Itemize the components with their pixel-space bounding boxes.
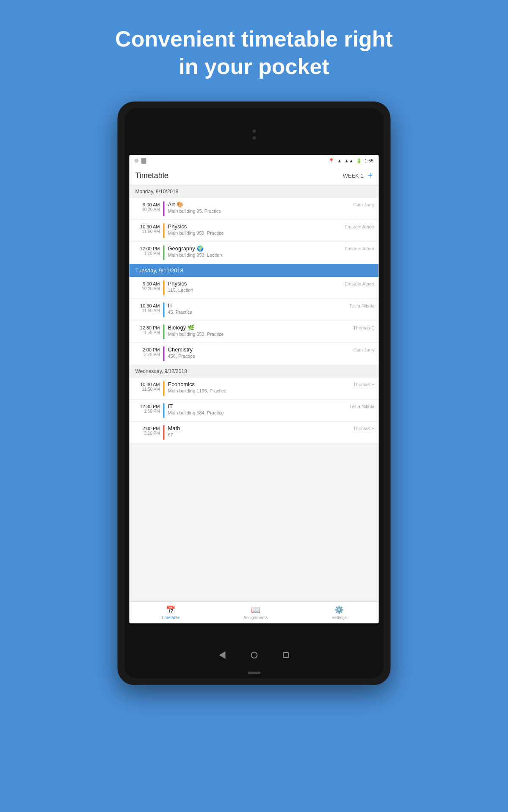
- nav-assignments[interactable]: 📖 Assignments: [243, 605, 268, 620]
- teacher-name: Cain Jarry: [341, 201, 375, 216]
- class-color-bar: [163, 201, 165, 216]
- class-location: Main building 653, Practice: [168, 332, 341, 337]
- time-end: 11:50 AM: [142, 308, 160, 313]
- nav-timetable[interactable]: 📅 Timetable: [161, 605, 180, 620]
- class-color-bar: [163, 302, 165, 317]
- time-end: 10:20 AM: [142, 286, 160, 291]
- time-start: 9:00 AM: [143, 202, 160, 207]
- class-location: 45, Practice: [168, 310, 341, 315]
- class-color-bar: [163, 403, 165, 418]
- class-emoji: 🎨: [177, 201, 183, 208]
- class-location: Main building 1196, Practice: [168, 388, 341, 393]
- back-button[interactable]: [219, 651, 226, 659]
- time-end: 10:20 AM: [142, 207, 160, 212]
- android-nav-bar: [124, 647, 384, 664]
- class-name: Art: [168, 201, 175, 208]
- nav-settings[interactable]: ⚙️ Settings: [331, 605, 347, 620]
- assignments-icon: 📖: [251, 605, 260, 614]
- teacher-name: Tesla Nikola: [341, 403, 375, 418]
- tablet-device: 📍 ▲ ▲▲ 🔋 1:55 Timetable WEEK 1 + Monday,: [118, 102, 391, 685]
- class-color-bar: [163, 280, 165, 295]
- time-end: 3:20 PM: [144, 352, 160, 357]
- bottom-nav: 📅 Timetable 📖 Assignments ⚙️ Settings: [130, 601, 379, 623]
- class-location: Main building 953, Lection: [168, 252, 341, 258]
- time-start: 10:30 AM: [140, 382, 160, 387]
- add-class-button[interactable]: +: [368, 171, 373, 181]
- class-name: IT: [168, 403, 173, 409]
- day-header-monday: Monday, 9/10/2018: [130, 185, 379, 198]
- time-start: 12:00 PM: [140, 246, 160, 251]
- time-start: 2:00 PM: [143, 426, 160, 431]
- class-color-bar: [163, 223, 165, 238]
- teacher-name: Thomas E: [341, 324, 375, 339]
- class-emoji: 🌍: [197, 245, 204, 252]
- status-bar: 📍 ▲ ▲▲ 🔋 1:55: [130, 155, 379, 167]
- timetable-icon: 📅: [166, 605, 175, 614]
- class-item[interactable]: 12:00 PM 1:20 PM Geography 🌍 Main buildi…: [130, 242, 379, 264]
- class-color-bar: [163, 381, 165, 396]
- teacher-name: Einstein Albert: [341, 245, 375, 260]
- time-end: 11:50 AM: [142, 229, 160, 234]
- class-name: Geography: [168, 245, 195, 252]
- time-end: 1:20 PM: [144, 251, 160, 256]
- week-label: WEEK 1: [343, 173, 364, 179]
- teacher-name: Cain Jarry: [341, 346, 375, 361]
- battery-icon: 🔋: [356, 158, 362, 164]
- class-item[interactable]: 2:00 PM 3:20 PM Math 67 Thomas E: [130, 422, 379, 444]
- time-end: 1:50 PM: [144, 409, 160, 414]
- class-location: 115, Lection: [168, 288, 341, 293]
- settings-nav-label: Settings: [331, 615, 347, 620]
- class-emoji: 🌿: [188, 324, 194, 331]
- time-start: 10:30 AM: [140, 303, 160, 308]
- time-start: 9:00 AM: [143, 281, 160, 286]
- time-start: 12:30 PM: [140, 325, 160, 330]
- time-start: 2:00 PM: [143, 347, 160, 352]
- class-item[interactable]: 10:30 AM 11:50 AM Economics Main buildin…: [130, 378, 379, 400]
- teacher-name: Einstein Albert: [341, 280, 375, 295]
- app-title: Timetable: [135, 171, 168, 180]
- teacher-name: Einstein Albert: [341, 223, 375, 238]
- class-item[interactable]: 12:30 PM 1:50 PM Biology 🌿 Main building…: [130, 321, 379, 343]
- teacher-name: Thomas E: [341, 425, 375, 440]
- class-item[interactable]: 10:30 AM 11:50 AM IT 45, Practice Tesla …: [130, 299, 379, 321]
- class-location: 67: [168, 432, 341, 437]
- class-item[interactable]: 10:30 AM 11:50 AM Physics Main building …: [130, 220, 379, 242]
- class-location: 456, Practice: [168, 354, 341, 359]
- class-name: Biology: [168, 324, 186, 331]
- recent-button[interactable]: [283, 652, 289, 658]
- class-item[interactable]: 2:00 PM 3:20 PM Chemistry 456, Practice …: [130, 343, 379, 365]
- class-item[interactable]: 12:30 PM 1:50 PM IT Main building 584, P…: [130, 400, 379, 422]
- screen: 📍 ▲ ▲▲ 🔋 1:55 Timetable WEEK 1 + Monday,: [130, 155, 379, 623]
- class-name: Physics: [168, 280, 187, 287]
- status-icon-sq: [141, 158, 146, 164]
- class-name: Chemistry: [168, 346, 193, 353]
- class-name: Math: [168, 425, 180, 431]
- app-bar: Timetable WEEK 1 +: [130, 167, 379, 185]
- settings-icon: ⚙️: [334, 605, 344, 614]
- class-item[interactable]: 9:00 AM 10:20 AM Art 🎨 Main building 95,…: [130, 198, 379, 220]
- class-location: Main building 584, Practice: [168, 410, 341, 415]
- time-end: 3:20 PM: [144, 431, 160, 436]
- home-button[interactable]: [251, 652, 258, 658]
- teacher-name: Thomas E: [341, 381, 375, 396]
- class-color-bar: [163, 346, 165, 361]
- day-header-tuesday: Tuesday, 9/11/2018: [130, 264, 379, 277]
- class-color-bar: [163, 425, 165, 440]
- time-end: 11:50 AM: [142, 387, 160, 392]
- day-header-wednesday: Wednesday, 9/12/2018: [130, 365, 379, 378]
- class-item[interactable]: 9:00 AM 10:20 AM Physics 115, Lection Ei…: [130, 277, 379, 299]
- class-name: Physics: [168, 223, 187, 230]
- class-name: IT: [168, 302, 173, 309]
- class-name: Economics: [168, 381, 195, 387]
- assignments-nav-label: Assignments: [243, 615, 268, 620]
- timetable-nav-label: Timetable: [161, 615, 180, 620]
- time-end: 1:50 PM: [144, 330, 160, 335]
- page-headline: Convenient timetable right in your pocke…: [0, 0, 508, 102]
- camera-dots: [252, 129, 256, 140]
- signal-icon: ▲▲: [344, 158, 353, 163]
- teacher-name: Tesla Nikola: [341, 302, 375, 317]
- class-color-bar: [163, 324, 165, 339]
- status-time: 1:55: [364, 158, 373, 163]
- time-start: 12:30 PM: [140, 404, 160, 409]
- status-dot1: [135, 159, 139, 163]
